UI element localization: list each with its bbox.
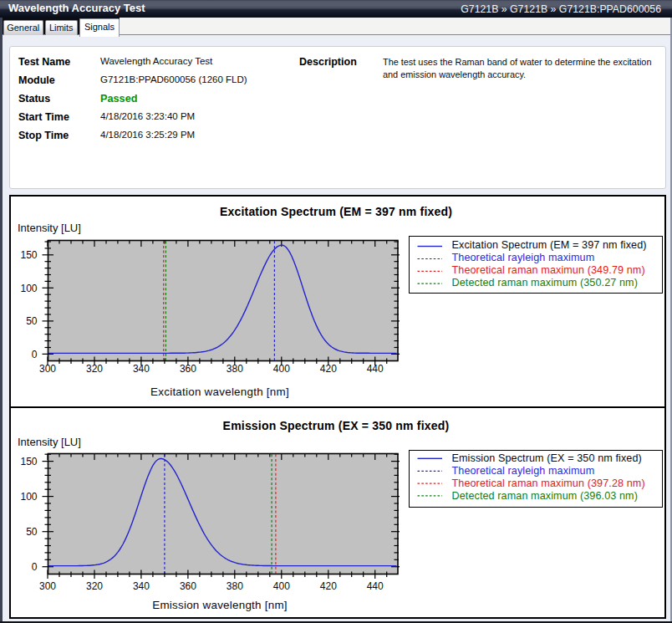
svg-text:300: 300 — [39, 580, 56, 592]
svg-text:Emission wavelength [nm]: Emission wavelength [nm] — [152, 599, 288, 611]
svg-text:320: 320 — [86, 580, 103, 592]
svg-text:360: 360 — [180, 580, 196, 592]
svg-text:380: 380 — [227, 580, 243, 592]
svg-text:0: 0 — [32, 561, 38, 573]
svg-text:50: 50 — [26, 526, 38, 538]
svg-text:100: 100 — [20, 491, 37, 503]
svg-text:400: 400 — [273, 363, 290, 375]
svg-text:0: 0 — [32, 349, 38, 360]
svg-text:340: 340 — [133, 363, 150, 375]
svg-text:440: 440 — [367, 580, 384, 592]
svg-text:440: 440 — [367, 363, 384, 375]
svg-text:380: 380 — [227, 363, 243, 375]
svg-text:340: 340 — [133, 580, 150, 592]
svg-text:Excitation wavelength [nm]: Excitation wavelength [nm] — [150, 386, 289, 398]
svg-text:420: 420 — [320, 363, 337, 375]
svg-text:150: 150 — [20, 456, 37, 467]
svg-text:400: 400 — [273, 580, 290, 592]
svg-text:360: 360 — [180, 363, 196, 375]
svg-text:100: 100 — [20, 283, 37, 294]
svg-text:50: 50 — [26, 315, 38, 327]
svg-text:320: 320 — [86, 363, 103, 375]
svg-text:420: 420 — [320, 580, 337, 592]
svg-text:150: 150 — [20, 249, 37, 261]
svg-text:300: 300 — [39, 363, 56, 375]
